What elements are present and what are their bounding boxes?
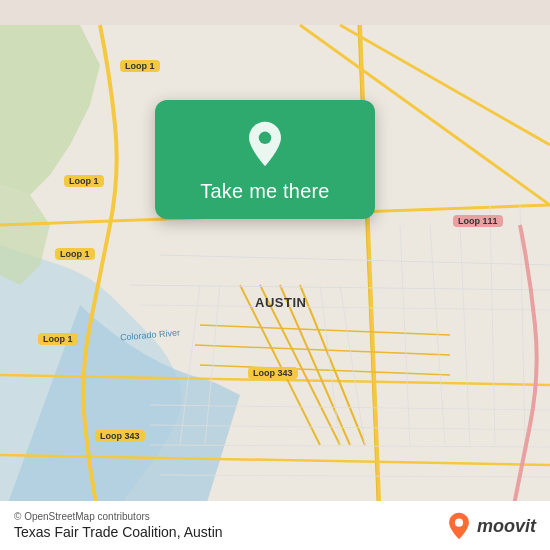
svg-point-32 bbox=[455, 519, 463, 527]
road-label-loop1-top: Loop 1 bbox=[120, 60, 160, 72]
road-label-loop343-bot: Loop 343 bbox=[95, 430, 145, 442]
map-container: Loop 1 Loop 1 Loop 1 Loop 1 Loop 343 Loo… bbox=[0, 0, 550, 550]
road-label-loop1-left: Loop 1 bbox=[64, 175, 104, 187]
location-pin-icon bbox=[241, 120, 289, 168]
map-background bbox=[0, 0, 550, 550]
road-label-loop343-mid: Loop 343 bbox=[248, 367, 298, 379]
city-label: AUSTIN bbox=[255, 295, 306, 310]
road-label-loop1-mid: Loop 1 bbox=[55, 248, 95, 260]
take-me-there-button[interactable]: Take me there bbox=[200, 180, 329, 203]
location-card: Take me there bbox=[155, 100, 375, 219]
road-label-loop1-bot: Loop 1 bbox=[38, 333, 78, 345]
road-label-loop111: Loop 111 bbox=[453, 215, 503, 227]
moovit-pin-icon bbox=[445, 512, 473, 540]
moovit-logo: moovit bbox=[445, 512, 536, 540]
moovit-brand-text: moovit bbox=[477, 516, 536, 537]
svg-point-31 bbox=[259, 132, 271, 144]
